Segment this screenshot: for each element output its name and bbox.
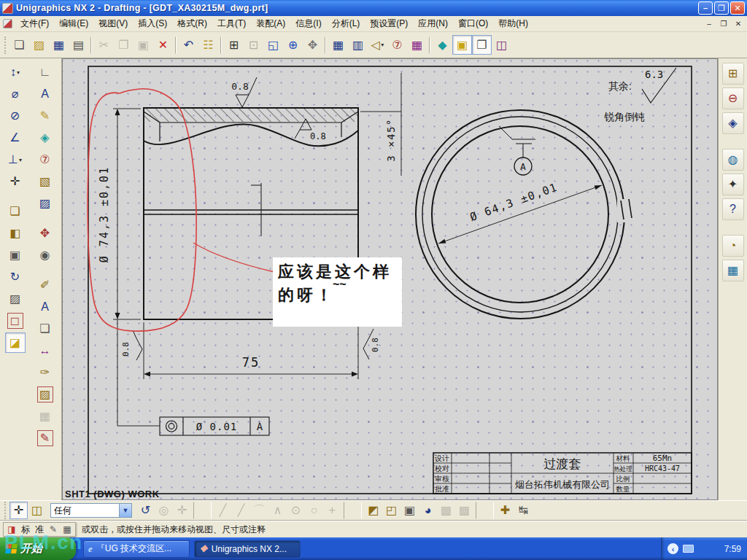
- snap-mode-select[interactable]: 任何 ▼: [50, 503, 132, 518]
- drafting-app-button[interactable]: ❐: [472, 35, 492, 55]
- new-sheet-tool[interactable]: ❏: [5, 201, 26, 222]
- display-drawing-tool[interactable]: ◪: [5, 332, 26, 353]
- start-button[interactable]: 开始: [0, 537, 76, 560]
- collapse-toolbar-button[interactable]: ↹: [514, 502, 533, 519]
- annotation-tag-button[interactable]: ◁ ▾: [368, 35, 387, 55]
- target-point-tool[interactable]: ✛: [5, 171, 26, 192]
- user-symbol-tool[interactable]: ◈: [35, 128, 55, 148]
- zoom-box-button[interactable]: ◱: [263, 35, 283, 55]
- menu-help[interactable]: 帮助(H): [493, 16, 533, 31]
- help-tab[interactable]: ?: [722, 198, 744, 220]
- section-view-tool[interactable]: ▨: [5, 289, 26, 309]
- menu-assemblies[interactable]: 装配(A): [251, 16, 290, 31]
- edit-view-scale-tool[interactable]: ↔: [35, 341, 55, 361]
- assembly-navigator-tab[interactable]: ⊞: [722, 63, 744, 85]
- inferred-dimension-tool[interactable]: ↕ ▾: [5, 62, 26, 82]
- menu-application[interactable]: 应用(N): [413, 16, 453, 31]
- constraint-navigator-tab[interactable]: ⊖: [722, 88, 744, 109]
- snap-circle-center[interactable]: ⊙: [287, 502, 305, 519]
- zoom-scale-button[interactable]: ⊡: [244, 35, 263, 55]
- task-unigraphics[interactable]: ❖ Unigraphics NX 2...: [194, 540, 301, 558]
- chamfer-dimension-tool[interactable]: ∠: [5, 128, 26, 148]
- add-view-tool[interactable]: ▣: [5, 245, 26, 265]
- menu-insert[interactable]: 插入(S): [133, 16, 172, 31]
- zoom-in-out-button[interactable]: ⊕: [283, 35, 303, 55]
- doc-close-button[interactable]: ✕: [732, 19, 744, 29]
- undo-button[interactable]: ↶: [179, 35, 198, 55]
- tray-computer-icon[interactable]: [683, 545, 694, 553]
- print-button[interactable]: ▤: [69, 35, 88, 55]
- add-component-button[interactable]: ✚: [496, 502, 514, 519]
- paste-button[interactable]: ▣: [133, 35, 153, 55]
- spreadsheet-tab[interactable]: ▦: [722, 260, 744, 281]
- radius-dimension-tool[interactable]: ⊘: [5, 106, 26, 126]
- chevron-down-icon[interactable]: ▼: [119, 504, 131, 517]
- menu-preferences[interactable]: 预设置(P): [365, 16, 413, 31]
- copy-button[interactable]: ❐: [114, 35, 133, 55]
- snap-circle[interactable]: ○: [305, 502, 323, 519]
- snap-arc[interactable]: ⌒: [250, 502, 268, 519]
- minimize-button[interactable]: –: [698, 1, 713, 15]
- menu-analysis[interactable]: 分析(L): [327, 16, 365, 31]
- drawing-canvas[interactable]: Ø 74,3 ±0,01 75 3 ×45° 0.8 0.8: [62, 58, 718, 500]
- id-symbol-button[interactable]: ⑦: [387, 35, 407, 55]
- task-ug-forum[interactable]: e 『UG 技术交流区...: [83, 540, 190, 558]
- find-component-button[interactable]: ◩: [364, 502, 382, 519]
- menu-edit[interactable]: 编辑(E): [54, 16, 93, 31]
- crosshatch-tool[interactable]: ▨: [35, 193, 55, 214]
- edit-style-tool[interactable]: ✐: [35, 275, 55, 295]
- component-tool-disabled-2[interactable]: ▩: [455, 502, 473, 519]
- open-component-button[interactable]: ◰: [382, 502, 400, 519]
- wcs-orient-tool[interactable]: ◫: [28, 502, 46, 519]
- edit-view-display-tool[interactable]: ❏: [35, 319, 55, 339]
- new-sheet-button[interactable]: ▦: [328, 35, 348, 55]
- edit-hatch-tool[interactable]: ▨: [35, 384, 55, 405]
- edit-annotation-tool[interactable]: ✎: [35, 428, 55, 448]
- training-tab[interactable]: ✦: [722, 174, 744, 195]
- ime-mode-label[interactable]: 准: [33, 524, 46, 536]
- open-sheet-tool[interactable]: ◧: [5, 223, 26, 244]
- id-symbol-tool[interactable]: ⑦: [35, 149, 55, 170]
- new-button[interactable]: ❏: [9, 35, 29, 55]
- component-section-button[interactable]: ◕: [419, 502, 437, 519]
- history-tab[interactable]: ◔: [722, 235, 744, 257]
- menu-format[interactable]: 格式(R): [172, 16, 212, 31]
- tabular-note-button[interactable]: ▦: [407, 35, 427, 55]
- shaded-app-button[interactable]: ▣: [452, 35, 472, 55]
- exit-app-button[interactable]: ◫: [492, 35, 511, 55]
- open-button[interactable]: ▨: [29, 35, 49, 55]
- delete-button[interactable]: ✕: [153, 35, 173, 55]
- part-navigator-tab[interactable]: ◈: [722, 112, 744, 134]
- annotation-editor-tool[interactable]: A: [35, 84, 55, 104]
- save-button[interactable]: ▦: [49, 35, 69, 55]
- view-boundary-tool[interactable]: ◻: [5, 311, 26, 331]
- cut-button[interactable]: ✂: [94, 35, 114, 55]
- close-button[interactable]: ✕: [730, 1, 745, 15]
- edit-table-tool[interactable]: ▦: [35, 406, 55, 427]
- move-view-tool[interactable]: ✥: [35, 223, 55, 244]
- ime-standard-label[interactable]: 标: [19, 524, 32, 536]
- tray-collapse-icon[interactable]: ‹: [667, 543, 678, 554]
- ime-language-icon[interactable]: ◨: [5, 524, 18, 536]
- snap-intersection[interactable]: +: [323, 502, 341, 519]
- section-line-tool[interactable]: ∟: [35, 62, 55, 82]
- menu-file[interactable]: 文件(F): [15, 16, 54, 31]
- component-tool-disabled[interactable]: ▩: [437, 502, 455, 519]
- snap-line[interactable]: ╱: [214, 502, 232, 519]
- menu-view[interactable]: 视图(V): [93, 16, 133, 31]
- ime-pen-icon[interactable]: ✎: [47, 524, 60, 536]
- diameter-dimension-tool[interactable]: ⌀: [5, 84, 26, 104]
- menu-window[interactable]: 窗口(O): [453, 16, 493, 31]
- edit-text-tool[interactable]: A: [35, 297, 55, 317]
- update-views-tool[interactable]: ↻: [5, 267, 26, 287]
- snap-line-midpoint[interactable]: ╱: [232, 502, 250, 519]
- menu-tools[interactable]: 工具(T): [212, 16, 251, 31]
- fit-view-button[interactable]: ⊞: [224, 35, 244, 55]
- snap-point-tool[interactable]: ✛: [9, 502, 28, 519]
- component-clipboard-button[interactable]: ▣: [400, 502, 419, 519]
- ime-keyboard-icon[interactable]: ▦: [61, 524, 74, 536]
- doc-minimize-button[interactable]: –: [703, 19, 715, 29]
- pan-button[interactable]: ✥: [303, 35, 322, 55]
- visual-edit-button[interactable]: ☷: [198, 35, 218, 55]
- new-view-button[interactable]: ▥: [348, 35, 368, 55]
